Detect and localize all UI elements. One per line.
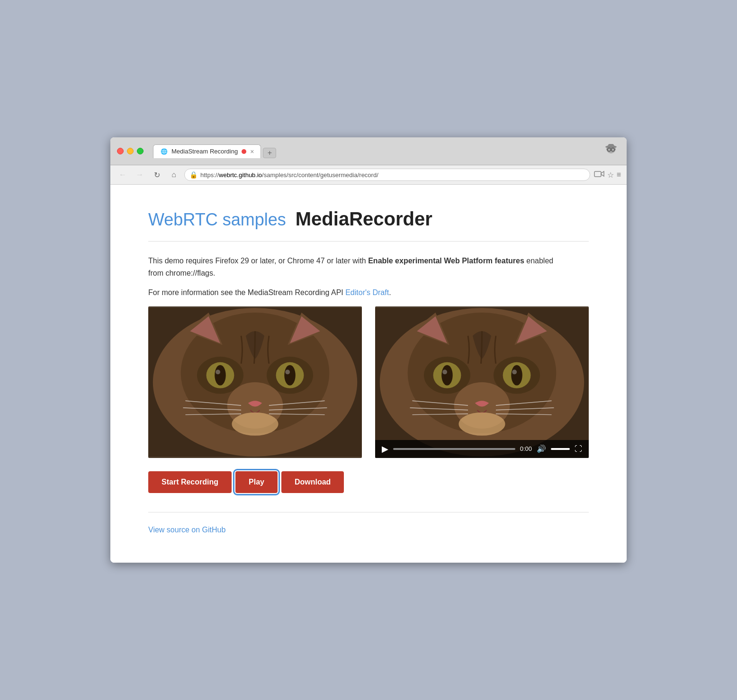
url-text: https://webrtc.github.io/samples/src/con… <box>200 171 583 179</box>
spy-svg <box>603 143 619 159</box>
svg-point-44 <box>512 369 517 374</box>
minimize-button[interactable] <box>127 148 134 154</box>
live-video-box <box>148 306 362 458</box>
forward-button[interactable]: → <box>133 168 146 181</box>
page-title: MediaRecorder <box>296 208 432 230</box>
buttons-row: Start Recording Play Download <box>148 471 589 493</box>
svg-rect-3 <box>608 144 614 148</box>
svg-point-20 <box>284 365 296 386</box>
video-time: 0:00 <box>520 445 532 452</box>
svg-point-52 <box>458 413 505 436</box>
description-2: For more information see the MediaStream… <box>148 287 556 299</box>
description-2-end: . <box>389 288 391 296</box>
url-domain: webrtc.github.io <box>219 171 262 179</box>
recorded-video <box>375 306 589 458</box>
svg-point-43 <box>511 365 522 386</box>
menu-icon[interactable]: ≡ <box>617 171 621 179</box>
description-1-bold: Enable experimental Web Platform feature… <box>368 257 524 265</box>
webrtc-samples-link[interactable]: WebRTC samples <box>148 210 286 230</box>
svg-line-8 <box>615 149 616 150</box>
github-link[interactable]: View source on GitHub <box>148 526 225 534</box>
traffic-lights <box>117 148 144 154</box>
editors-draft-link[interactable]: Editor's Draft <box>345 288 389 296</box>
close-button[interactable] <box>117 148 124 154</box>
svg-marker-10 <box>601 171 604 176</box>
start-recording-button[interactable]: Start Recording <box>148 471 232 493</box>
browser-window: 🌐 MediaStream Recording × + <box>110 137 627 563</box>
title-bar: 🌐 MediaStream Recording × + <box>110 137 627 165</box>
fullscreen-button[interactable]: ⛶ <box>575 445 582 453</box>
tab-area: 🌐 MediaStream Recording × + <box>153 144 597 158</box>
svg-line-7 <box>607 149 608 150</box>
lock-icon: 🔒 <box>189 171 198 179</box>
download-button[interactable]: Download <box>281 471 344 493</box>
url-protocol: https:// <box>200 171 219 179</box>
header-divider <box>148 241 589 242</box>
bottom-divider <box>148 512 589 512</box>
svg-point-18 <box>216 369 220 374</box>
back-button[interactable]: ← <box>116 168 129 181</box>
star-icon[interactable]: ☆ <box>607 171 614 179</box>
description-1: This demo requires Firefox 29 or later, … <box>148 255 556 279</box>
svg-point-17 <box>215 365 226 386</box>
play-video-button[interactable]: ▶ <box>382 444 388 454</box>
video-controls-bar: ▶ 0:00 🔊 ⛶ <box>375 440 589 458</box>
description-1-start: This demo requires Firefox 29 or later, … <box>148 257 368 265</box>
volume-slider[interactable] <box>551 448 570 450</box>
description-2-start: For more information see the MediaStream… <box>148 288 345 296</box>
camera-icon[interactable] <box>594 170 604 179</box>
tab-favicon-icon: 🌐 <box>160 148 168 155</box>
svg-point-21 <box>285 369 290 374</box>
profile-icon <box>602 142 620 160</box>
url-path: /samples/src/content/getusermedia/record… <box>262 171 378 179</box>
svg-rect-9 <box>594 171 601 177</box>
svg-point-40 <box>441 365 453 386</box>
refresh-button[interactable]: ↻ <box>150 168 163 181</box>
page-header: WebRTC samples MediaRecorder <box>148 208 589 230</box>
live-video <box>148 306 362 458</box>
svg-point-29 <box>232 413 278 436</box>
new-tab-button[interactable]: + <box>263 148 276 158</box>
page-content: WebRTC samples MediaRecorder This demo r… <box>110 185 627 563</box>
video-area: ▶ 0:00 🔊 ⛶ <box>148 306 589 458</box>
svg-point-41 <box>442 369 447 374</box>
volume-icon[interactable]: 🔊 <box>537 444 546 453</box>
active-tab[interactable]: 🌐 MediaStream Recording × <box>153 144 261 158</box>
recording-indicator <box>242 149 246 154</box>
home-button[interactable]: ⌂ <box>167 168 180 181</box>
tab-title: MediaStream Recording <box>171 148 238 155</box>
url-actions: ☆ ≡ <box>594 170 621 179</box>
address-bar[interactable]: 🔒 https://webrtc.github.io/samples/src/c… <box>184 169 590 181</box>
nav-bar: ← → ↻ ⌂ 🔒 https://webrtc.github.io/sampl… <box>110 165 627 185</box>
video-progress-bar[interactable] <box>393 448 515 450</box>
play-button[interactable]: Play <box>235 471 278 493</box>
tab-close-button[interactable]: × <box>250 148 254 155</box>
camera-svg <box>594 170 604 178</box>
maximize-button[interactable] <box>137 148 144 154</box>
recorded-video-box: ▶ 0:00 🔊 ⛶ <box>375 306 589 458</box>
